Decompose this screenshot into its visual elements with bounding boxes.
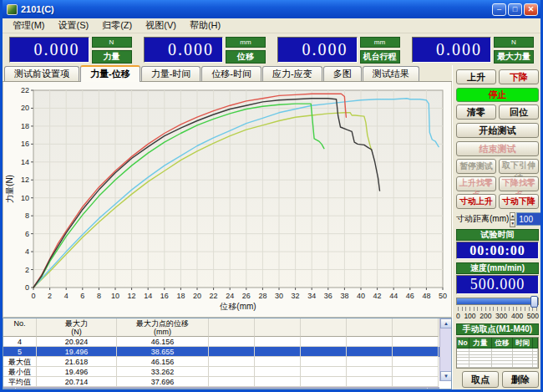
- tab-0[interactable]: 测试前设置项: [4, 66, 79, 81]
- spinner-up-icon[interactable]: ▲: [510, 212, 515, 220]
- scroll-right-icon[interactable]: ►: [428, 388, 439, 389]
- clear-zero-button[interactable]: 清零: [456, 104, 496, 120]
- table-cell: 20.714: [37, 377, 117, 387]
- scroll-up-icon[interactable]: ▲: [440, 318, 452, 328]
- table-cell: [393, 347, 439, 357]
- table-cell: 46.156: [117, 357, 209, 367]
- scroll-down-icon[interactable]: ▼: [440, 371, 452, 381]
- manual-header-cell: 力量: [469, 338, 492, 349]
- delete-point-button[interactable]: 删除: [502, 371, 539, 388]
- svg-text:14: 14: [144, 292, 152, 300]
- stop-button[interactable]: 停止: [456, 88, 539, 102]
- end-test-button[interactable]: 结束测试: [456, 141, 539, 156]
- readout-value: 0.000: [412, 37, 492, 63]
- table-cell: [347, 347, 393, 357]
- table-cell: [347, 337, 393, 347]
- table-cell: 4: [3, 337, 37, 347]
- jog-up-button[interactable]: 寸动上升: [456, 194, 496, 209]
- svg-text:28: 28: [258, 292, 266, 300]
- maximize-button[interactable]: □: [508, 3, 522, 16]
- table-cell: [347, 377, 393, 387]
- table-cell: [255, 347, 301, 357]
- up-button[interactable]: 上升: [456, 69, 496, 84]
- table-cell: 平均值: [3, 377, 37, 387]
- table-cell: [347, 367, 393, 377]
- jog-distance-stepper[interactable]: ▲ ▼: [510, 212, 515, 226]
- svg-text:18: 18: [21, 122, 29, 130]
- tab-6[interactable]: 测试结果: [363, 66, 419, 81]
- slider-tick-label: 500: [527, 312, 539, 320]
- scroll-left-icon[interactable]: ◄: [3, 388, 15, 389]
- speed-slider[interactable]: [456, 298, 539, 305]
- pick-point-button[interactable]: 取点: [462, 371, 499, 388]
- slider-tick-marks: [458, 307, 537, 311]
- table-cell: [255, 337, 301, 347]
- remove-extensometer-button[interactable]: 取下引伸计: [499, 159, 539, 174]
- menu-item-1[interactable]: 设置(S): [52, 18, 96, 33]
- force-displacement-chart: 0246810121416182022242628303234363840424…: [3, 82, 452, 318]
- horizontal-scrollbar[interactable]: ◄ ►: [3, 387, 439, 389]
- svg-text:14: 14: [21, 158, 29, 166]
- scrollbar-thumb[interactable]: [16, 388, 427, 389]
- manual-table-row[interactable]: [457, 364, 538, 368]
- jog-distance-input[interactable]: [516, 212, 543, 226]
- table-row[interactable]: 420.92446.156: [3, 337, 451, 347]
- menu-bar: 管理(M)设置(S)归零(Z)视图(V)帮助(H): [3, 18, 540, 33]
- tab-2[interactable]: 力量-时间: [141, 66, 201, 81]
- window-title: 2101(C): [21, 4, 492, 14]
- readout-value: 0.000: [144, 37, 224, 63]
- vertical-scrollbar[interactable]: ▲ ▼: [439, 318, 451, 381]
- test-time-display: 00:00:00: [456, 242, 539, 259]
- table-row[interactable]: 519.49638.655: [3, 347, 451, 357]
- results-header-cell: [393, 318, 439, 337]
- table-row[interactable]: 最小值19.49633.262: [3, 367, 451, 377]
- svg-text:12: 12: [21, 176, 29, 184]
- slider-thumb[interactable]: [530, 296, 538, 308]
- table-cell: [301, 347, 347, 357]
- close-button[interactable]: ✕: [524, 3, 538, 16]
- table-row[interactable]: 最大值21.61846.156: [3, 357, 451, 367]
- menu-item-0[interactable]: 管理(M): [6, 18, 52, 33]
- results-table: No.最大力(N)最大力点的位移(mm)420.92446.156519.496…: [3, 318, 452, 389]
- tab-1[interactable]: 力量-位移: [80, 65, 140, 82]
- tab-3[interactable]: 位移-时间: [201, 66, 261, 81]
- jog-down-button[interactable]: 寸动下降: [499, 194, 539, 209]
- tab-bar: 测试前设置项力量-位移力量-时间位移-时间应力-应变多图测试结果: [3, 65, 452, 82]
- menu-item-3[interactable]: 视图(V): [139, 18, 183, 33]
- return-home-button[interactable]: 回位: [499, 104, 539, 120]
- table-cell: 最小值: [3, 367, 37, 377]
- manual-table-cell: [492, 364, 514, 368]
- slider-tick-label: 300: [495, 312, 507, 320]
- results-header-cell: [209, 318, 255, 337]
- readout-value: 0.000: [9, 37, 89, 63]
- table-cell: [393, 377, 439, 387]
- start-test-button[interactable]: 开始测试: [456, 123, 539, 138]
- menu-item-4[interactable]: 帮助(H): [183, 18, 227, 33]
- slider-scale: 0100200300400500: [456, 312, 539, 320]
- header-title: No.: [3, 319, 36, 328]
- tab-4[interactable]: 应力-应变: [262, 66, 322, 81]
- svg-text:34: 34: [307, 292, 316, 300]
- manual-table-cell: [469, 364, 492, 368]
- spinner-down-icon[interactable]: ▼: [510, 220, 515, 227]
- manual-table-cell: [533, 364, 538, 368]
- pause-test-button[interactable]: 暂停测试: [456, 159, 496, 174]
- minimize-button[interactable]: –: [492, 3, 506, 16]
- readout-side: N最大力量: [494, 37, 534, 63]
- table-cell: [209, 337, 255, 347]
- table-cell: [393, 337, 439, 347]
- svg-text:36: 36: [324, 292, 332, 300]
- svg-text:16: 16: [21, 140, 29, 148]
- manual-header-cell: [533, 338, 538, 349]
- table-cell: 19.496: [37, 367, 117, 377]
- down-find-zero-button[interactable]: 下降找零点: [499, 176, 539, 191]
- manual-points-table: No力量位移时间: [456, 337, 539, 369]
- menu-item-2[interactable]: 归零(Z): [95, 18, 139, 33]
- tab-5[interactable]: 多图: [323, 66, 362, 81]
- down-button[interactable]: 下降: [499, 69, 539, 84]
- manual-header-cell: 位移: [492, 338, 514, 349]
- svg-text:30: 30: [275, 292, 283, 300]
- table-row[interactable]: 平均值20.71437.696: [3, 377, 451, 387]
- up-find-zero-button[interactable]: 上升找零点: [456, 176, 496, 191]
- control-panel: 上升 下降 停止 清零 回位 开始测试 结束测试 暂停测试 取下引伸计 上升找零…: [452, 65, 541, 389]
